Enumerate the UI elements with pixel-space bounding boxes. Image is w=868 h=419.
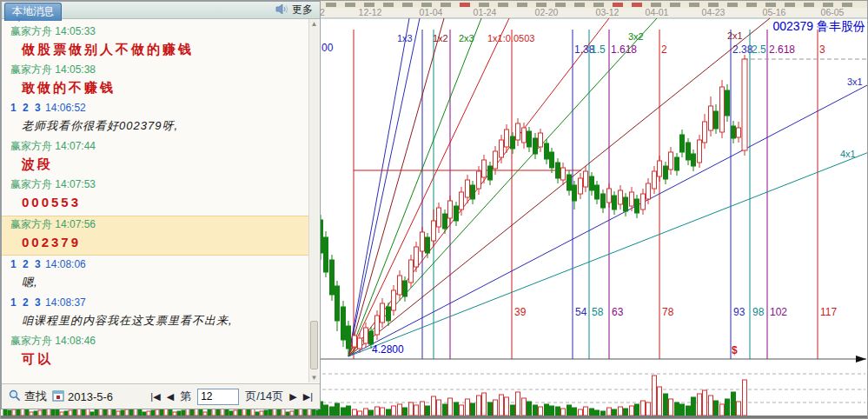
sender-name: 1 2 3 [10, 258, 43, 270]
message-text: 000553 [10, 191, 308, 213]
page-suffix-label: 页/14页 [245, 389, 283, 404]
more-button[interactable]: 更多 [292, 3, 313, 17]
message-time: 14:07:56 [52, 218, 96, 230]
svg-text:02-20: 02-20 [535, 7, 559, 17]
sender-name: 赢家方舟 [10, 335, 52, 347]
message-meta: 赢家方舟 14:07:44 [10, 139, 308, 153]
svg-text:1.5: 1.5 [591, 43, 606, 56]
svg-text:102: 102 [770, 306, 787, 318]
svg-text:54: 54 [575, 306, 587, 318]
svg-text:93: 93 [733, 306, 745, 318]
chat-message: 赢家方舟 14:07:53000553 [10, 177, 308, 213]
calendar-icon [52, 389, 64, 404]
message-time: 14:05:33 [52, 25, 96, 37]
svg-text:4x1: 4x1 [840, 149, 856, 159]
message-meta: 赢家方舟 14:05:33 [10, 24, 308, 38]
message-text: 嗯, [10, 271, 308, 293]
svg-text:2.618: 2.618 [769, 43, 795, 56]
svg-text:39: 39 [514, 306, 527, 318]
chat-message: 赢家方舟 14:05:33做股票做别人不做的赚钱 [10, 24, 308, 60]
first-page-button[interactable]: |◀ [150, 391, 160, 402]
svg-text:3x2: 3x2 [628, 31, 644, 42]
svg-text:06-05: 06-05 [821, 7, 845, 17]
tab-local-messages[interactable]: 本地消息 [4, 3, 62, 21]
svg-text:01-24: 01-24 [474, 7, 497, 17]
svg-text:12-12: 12-12 [359, 7, 382, 17]
message-meta: 1 2 3 14:08:06 [10, 257, 308, 271]
next-page-button[interactable]: ▶ [289, 391, 296, 402]
svg-text:05-16: 05-16 [763, 7, 786, 17]
search-label: 查找 [24, 389, 47, 404]
footer-date: 2013-5-6 [68, 390, 113, 403]
chat-header: 本地消息 更多 [2, 2, 320, 19]
chat-message-list: 赢家方舟 14:05:33做股票做别人不做的赚钱赢家方舟 14:05:38敢做的… [2, 19, 308, 382]
scroll-up-icon[interactable]: ▲ [309, 20, 319, 28]
svg-text:3: 3 [819, 43, 825, 56]
svg-text:2: 2 [661, 43, 667, 56]
message-meta: 赢家方舟 14:07:53 [10, 177, 308, 191]
chat-message: 1 2 3 14:06:52老师我看你很看好002379呀, [10, 101, 308, 136]
message-meta: 1 2 3 14:06:52 [10, 101, 308, 115]
message-meta: 赢家方舟 14:05:38 [10, 63, 308, 76]
sender-name: 赢家方舟 [10, 140, 52, 152]
message-text: 可以 [10, 348, 308, 369]
message-text: 002379 [10, 231, 308, 253]
svg-text:04-01: 04-01 [646, 7, 669, 17]
chat-message: 赢家方舟 14:08:46可以 [10, 334, 308, 369]
svg-text:$: $ [732, 344, 738, 356]
page-number-input[interactable] [197, 389, 239, 405]
svg-text:78: 78 [662, 306, 674, 318]
svg-text:117: 117 [820, 306, 837, 318]
message-time: 14:07:44 [52, 140, 96, 152]
svg-text:1x3: 1x3 [397, 33, 413, 43]
svg-text:1x1:0.0503: 1x1:0.0503 [487, 33, 534, 43]
svg-text:2.5: 2.5 [752, 43, 766, 56]
message-text: 波段 [10, 153, 308, 175]
chat-message: 赢家方舟 14:05:38敢做的不赚钱 [10, 63, 308, 98]
scroll-down-icon[interactable]: ▼ [309, 374, 319, 382]
search-button[interactable]: 查找 [9, 389, 47, 404]
stock-app-window: 12-1201-0401-2402-2003-1204-0104-2305-16… [0, 0, 868, 419]
svg-text:04-23: 04-23 [702, 7, 726, 17]
speaker-icon[interactable] [275, 3, 288, 17]
chat-panel: 本地消息 更多 赢家方舟 14:05:33做股票做别人不做的赚钱赢家方舟 14:… [1, 1, 321, 409]
sender-name: 赢家方舟 [10, 25, 52, 37]
scroll-thumb[interactable] [310, 321, 318, 369]
sender-name: 赢家方舟 [10, 178, 52, 190]
message-text: 做股票做别人不做的赚钱 [10, 38, 308, 60]
prev-page-button[interactable]: ◀ [167, 391, 174, 402]
sender-name: 赢家方舟 [10, 63, 52, 76]
calendar-button[interactable]: 2013-5-6 [52, 389, 113, 404]
chat-message: 1 2 3 14:08:37咱课程里的内容我在这支票里看不出来, [10, 296, 308, 331]
svg-text:01-04: 01-04 [420, 7, 443, 17]
message-time: 14:08:06 [43, 258, 86, 270]
message-meta: 赢家方舟 14:07:56 [10, 217, 308, 231]
last-page-button[interactable]: ▶| [303, 391, 313, 402]
sender-name: 1 2 3 [10, 296, 43, 309]
message-text: 老师我看你很看好002379呀, [10, 115, 308, 136]
svg-text:00: 00 [321, 42, 334, 54]
chat-message: 赢家方舟 14:07:44波段 [10, 139, 308, 175]
sender-name: 赢家方舟 [10, 218, 52, 230]
chat-message: 赢家方舟 14:07:56002379 [2, 216, 308, 256]
message-text: 咱课程里的内容我在这支票里看不出来, [10, 309, 308, 331]
svg-text:2x3: 2x3 [459, 33, 474, 43]
stock-title: 002379 鲁丰股份 [772, 19, 865, 33]
svg-text:03-12: 03-12 [596, 7, 620, 17]
message-time: 14:07:53 [52, 178, 96, 190]
svg-text:4.2800: 4.2800 [372, 343, 404, 356]
message-time: 14:05:38 [52, 63, 96, 76]
message-text: 敢做的不赚钱 [10, 76, 308, 98]
message-time: 14:08:37 [43, 296, 86, 309]
svg-text:1x2: 1x2 [433, 33, 448, 43]
svg-text:98: 98 [752, 306, 765, 318]
message-time: 14:06:52 [43, 102, 86, 114]
page-prefix-label: 第 [180, 389, 191, 404]
search-icon [9, 389, 21, 404]
chat-message: 1 2 3 14:08:06嗯, [10, 257, 308, 293]
sender-name: 1 2 3 [10, 102, 43, 114]
chat-scrollbar[interactable]: ▲ ▼ [308, 19, 319, 382]
message-meta: 1 2 3 14:08:37 [10, 296, 308, 309]
svg-text:3x1: 3x1 [847, 76, 863, 87]
svg-text:58: 58 [592, 306, 604, 318]
